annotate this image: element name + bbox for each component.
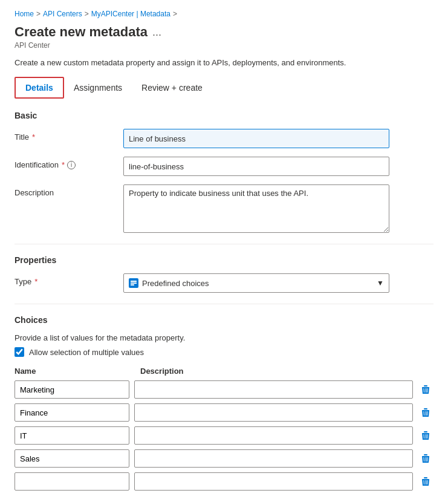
title-row: Title* (15, 129, 433, 148)
choices-section: Choices Provide a list of values for the… (15, 315, 433, 491)
title-label: Title* (15, 129, 123, 142)
identification-input[interactable] (123, 157, 389, 176)
col-desc-header: Description (140, 367, 433, 376)
page-description: Create a new custom metadata property an… (15, 58, 433, 67)
choices-header: Name Description (15, 367, 433, 376)
identification-row: Identification* i (15, 157, 433, 176)
col-name-header: Name (15, 367, 135, 376)
trash-icon (420, 476, 431, 487)
type-select-wrapper: Predefined choices ▼ (123, 273, 389, 293)
choice-desc-input[interactable] (134, 449, 413, 468)
choice-row (15, 380, 433, 399)
trash-icon (420, 430, 431, 441)
choice-desc-input[interactable] (134, 472, 413, 491)
trash-icon (420, 407, 431, 418)
breadcrumb: Home > API Centers > MyAPICenter | Metad… (15, 10, 433, 18)
svg-rect-2 (131, 284, 134, 285)
tab-review-create[interactable]: Review + create (132, 78, 212, 97)
choice-desc-input[interactable] (134, 426, 413, 445)
svg-rect-0 (131, 281, 137, 282)
delete-choice-button[interactable] (418, 451, 433, 466)
identification-info-icon[interactable]: i (67, 161, 76, 169)
type-select[interactable]: Predefined choices ▼ (123, 273, 389, 293)
choice-desc-input[interactable] (134, 403, 413, 422)
choice-name-input[interactable] (15, 426, 129, 445)
delete-choice-button[interactable] (418, 382, 433, 397)
page-title: Create new metadata (15, 24, 148, 40)
choice-name-input[interactable] (15, 472, 129, 491)
choice-name-input[interactable] (15, 380, 129, 399)
description-row: Description Property to indicate busines… (15, 184, 433, 233)
trash-icon (420, 384, 431, 395)
tab-assignments[interactable]: Assignments (64, 78, 132, 97)
breadcrumb-api-centers[interactable]: API Centers (43, 10, 82, 18)
choice-name-input[interactable] (15, 449, 129, 468)
divider-1 (15, 244, 433, 244)
description-input[interactable]: Property to indicate business unit that … (123, 184, 389, 233)
choices-table: Name Description (15, 367, 433, 491)
delete-choice-button[interactable] (418, 405, 433, 420)
chevron-down-icon: ▼ (377, 279, 384, 287)
choice-row (15, 426, 433, 445)
choice-row (15, 403, 433, 422)
properties-section-title: Properties (15, 255, 433, 265)
more-options-button[interactable]: ... (152, 26, 161, 39)
choice-name-input[interactable] (15, 403, 129, 422)
tab-bar: Details Assignments Review + create (15, 77, 433, 99)
tab-details[interactable]: Details (15, 77, 64, 99)
type-select-value: Predefined choices (142, 279, 209, 288)
svg-rect-1 (131, 282, 137, 284)
type-label: Type* (15, 273, 123, 286)
breadcrumb-home[interactable]: Home (15, 10, 34, 18)
page-title-row: Create new metadata ... (15, 24, 433, 40)
divider-2 (15, 304, 433, 304)
allow-multiple-label: Allow selection of multiple values (29, 348, 144, 357)
allow-multiple-checkbox[interactable] (15, 347, 24, 357)
choice-row (15, 472, 433, 491)
choices-description: Provide a list of values for the metadat… (15, 333, 433, 342)
choices-section-title: Choices (15, 315, 433, 325)
type-icon (129, 278, 138, 288)
allow-multiple-row: Allow selection of multiple values (15, 347, 433, 357)
breadcrumb-myapicenter[interactable]: MyAPICenter | Metadata (91, 10, 170, 18)
choice-desc-input[interactable] (134, 380, 413, 399)
choice-row (15, 449, 433, 468)
page-subtitle: API Center (15, 41, 433, 50)
delete-choice-button[interactable] (418, 474, 433, 489)
delete-choice-button[interactable] (418, 428, 433, 443)
trash-icon (420, 453, 431, 464)
identification-label: Identification* i (15, 157, 123, 169)
basic-section-title: Basic (15, 111, 433, 120)
description-label: Description (15, 184, 123, 197)
title-input[interactable] (123, 129, 389, 148)
type-row: Type* Predefined choices ▼ (15, 273, 433, 293)
